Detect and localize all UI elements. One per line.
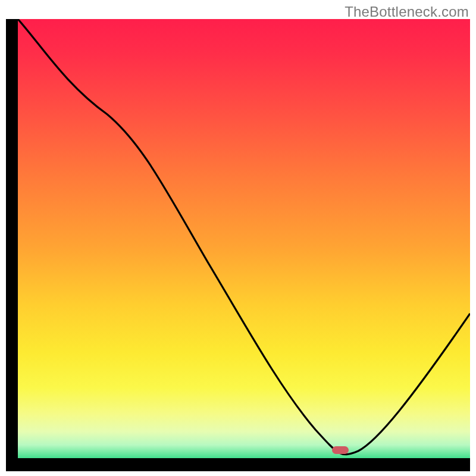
bottleneck-curve: [18, 19, 470, 458]
watermark-text: TheBottleneck.com: [345, 4, 469, 20]
optimum-marker: [332, 446, 349, 454]
plot-area: [18, 19, 470, 458]
chart-container: TheBottleneck.com: [0, 0, 476, 476]
plot-frame: [6, 19, 470, 471]
curve-path: [18, 19, 470, 455]
